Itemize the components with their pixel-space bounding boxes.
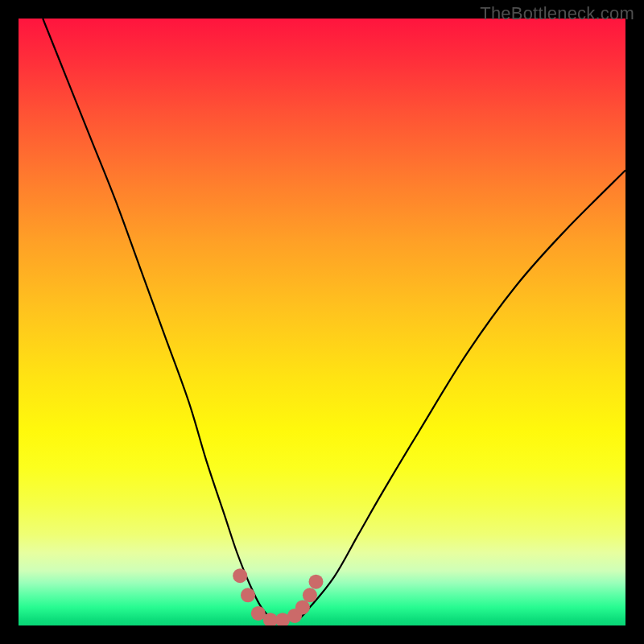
trough-markers xyxy=(233,568,323,625)
curve-layer xyxy=(19,19,625,625)
bottleneck-curve xyxy=(43,19,625,621)
marker-dot xyxy=(251,606,266,621)
watermark-text: TheBottleneck.com xyxy=(480,3,634,24)
marker-dot xyxy=(309,575,324,589)
marker-dot xyxy=(233,568,247,583)
marker-dot xyxy=(303,588,317,602)
marker-dot xyxy=(241,588,255,602)
chart-frame: TheBottleneck.com xyxy=(0,0,644,644)
plot-area xyxy=(19,19,625,625)
marker-dot xyxy=(295,600,310,614)
